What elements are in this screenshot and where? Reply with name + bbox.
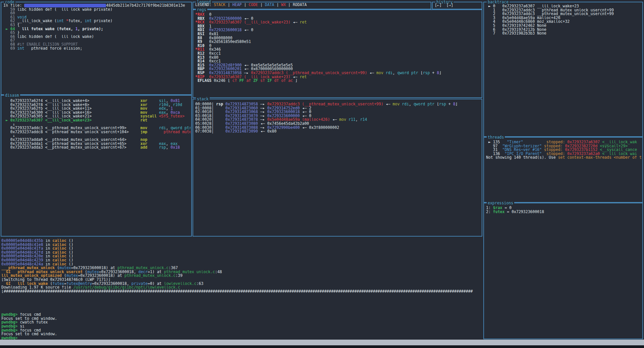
source-line: 66 libc_hidden_def (__lll_lock_wake) <box>3 35 191 39</box>
history-back-button[interactable]: [←] <box>435 3 442 8</box>
thread-row: 136 "IPC I/O Parent" stopped: 0x7293237a… <box>486 152 642 156</box>
console-line: lll_mutex_unlock_optimized (mutex=0x7293… <box>1 274 482 278</box>
expressions-content: 1: $rax = 02: futex = 0x729323600018 <box>486 206 642 338</box>
console-line <box>1 293 482 297</box>
panel-title-regs: regs <box>196 7 207 12</box>
redacted-filepath <box>24 4 106 7</box>
source-line: ► 64 lll_futex_wake (futex, 1, private); <box>3 27 191 31</box>
panel-title-expressions: expressions <box>487 201 514 205</box>
expression-row: 2: futex = 0x729323600018 <box>486 210 642 214</box>
stack-row: 00:0000│ rsp 0x729314873058 —▸ 0x7293237… <box>195 102 481 106</box>
gdb-console[interactable]: 0x00005e04d48c435b in calloc ()0x00005e0… <box>1 239 482 340</box>
registers-panel: regs *RAX 0 RBX 0x729323600000 ◂— 0*RCX … <box>193 9 482 98</box>
stack-row: 04:0020│ 0x729314873078 —▸ 0x5e04d48ae59… <box>195 118 481 122</box>
register-row: RBP 0x729323600201 ◂— 0x6700000569000000 <box>195 67 481 71</box>
disasm-line: ↓ <box>3 122 191 127</box>
console-line: [#######################################… <box>1 290 482 294</box>
register-row: RSI 0x81 <box>195 32 481 36</box>
disasm-line: 0x7293237a6305 <__lll_lock_wake+21> sysc… <box>3 114 191 118</box>
backtrace-frame: 5 0x729319742462 None <box>486 24 642 28</box>
expressions-panel: expressions 1: $rax = 02: futex = 0x7293… <box>483 203 643 339</box>
register-row: RDI 0x729323600018 ◂— 0 <box>195 28 481 32</box>
console-line: pwndbg> si <box>1 325 482 329</box>
disasm-content: 0x7293237a62f4 <__lll_lock_wake+4> xor s… <box>3 99 191 235</box>
thread-row: Not showing 140 thread(s). Use set conte… <box>486 156 642 160</box>
disasm-line: 0x7293237a62f8 <__lll_lock_wake+8> xor r… <box>3 103 191 107</box>
register-row: *RIP 0x7293237a6307 (__lll_lock_wake+23)… <box>195 75 481 79</box>
console-line: pwndbg> focus cmd <box>1 329 482 333</box>
register-row: R15 0x729282d8f900 ◂— 0xe5e5e5e5e5e5e5e5 <box>195 63 481 67</box>
register-row: R12 0xcc1 <box>195 52 481 56</box>
history-content: [←] [→] <box>435 3 481 8</box>
regs-content: *RAX 0 RBX 0x729323600000 ◂— 0*RCX 0x729… <box>195 13 481 97</box>
backtrace-frame: 7 0x72931982b3b3 None <box>486 32 642 36</box>
register-row: *R11 0x346 <box>195 48 481 52</box>
source-line: 60 <box>3 11 191 15</box>
stack-row: 07:0038│ 0x729314873090 ◂— 0x80 <box>195 130 481 134</box>
stack-row: 05:0028│ 0x729314873080 ◂— 0x7456e45da42… <box>195 122 481 126</box>
threads-panel: threads ► 135 "Timer" stopped: 0x7293237… <box>483 137 643 203</box>
console-line: 0x00005e04d48c42fd in calloc () <box>1 251 482 255</box>
console-line: Focus set to cmd window. <box>1 332 482 336</box>
thread-row: 31 "DNS Res~ver #16" stopped: 0x7293237b… <box>486 148 642 152</box>
console-line: Focus set to cmd window. <box>1 317 482 321</box>
register-row: RBX 0x729323600000 ◂— 0 <box>195 17 481 21</box>
stack-row: 03:0018│ 0x729314873070 —▸ 0x72932360000… <box>195 114 481 118</box>
register-row: R13 0x80 <box>195 56 481 60</box>
source-line: In file: 4845db211e7b42c7176f9be21b8301e… <box>3 4 191 8</box>
stack-panel: stack 00:0000│ rsp 0x729314873058 —▸ 0x7… <box>193 99 482 237</box>
console-line: 0x00005e04d48c4239 in calloc () <box>1 258 482 262</box>
legend-content: LEGEND: STACK | HEAP | CODE | DATA | WX … <box>195 3 430 8</box>
thread-row: ► 135 "Timer" stopped: 0x7293237a6307 <_… <box>486 140 642 144</box>
register-row: *RCX 0x7293237a6307 (__lll_lock_wake+23)… <box>195 20 481 24</box>
source-line: 65 } <box>3 31 191 35</box>
code-panel: code In file: 4845db211e7b42c7176f9be21b… <box>1 2 192 95</box>
disasm-line: ↓ <box>3 134 191 138</box>
disasm-panel: disasm 0x7293237a62f4 <__lll_lock_wake+4… <box>1 95 192 237</box>
register-row: R9 0x2d561850ed580e51 <box>195 40 481 44</box>
console-line: [Switching to Thread 0x7293148746c0 (LWP… <box>1 278 482 282</box>
history-panel: history [←] [→] <box>432 2 482 9</box>
source-line: 61 void <box>3 15 191 19</box>
console-line: pwndbg> focus cmd <box>1 313 482 317</box>
source-line: 68 #if ENABLE_ELISION_SUPPORT <box>3 43 191 47</box>
console-line <box>1 301 482 305</box>
source-line: 62 __lll_lock_wake (int *futex, int priv… <box>3 19 191 23</box>
status-bar: multi-thre Thread 0x7293148746 (cmd) In:… <box>0 340 644 345</box>
backtrace-frame: 3 0x5e04d48ae59a malloc+426 <box>486 16 642 20</box>
history-forward-button[interactable]: [→] <box>446 3 453 8</box>
console-line <box>1 309 482 313</box>
disasm-line: 0x7293237adda1 <__pthread_mutex_unlock_u… <box>3 142 191 146</box>
console-line: pwndbg> <box>1 336 482 340</box>
console-line: 0x00005e04d48c435b in calloc () <box>1 239 482 243</box>
register-row: RDX 1 <box>195 24 481 29</box>
panel-title-stack: stack <box>196 97 210 101</box>
disasm-line: 0x7293237a62f4 <__lll_lock_wake+4> xor s… <box>3 99 191 103</box>
source-line: 63 { <box>3 23 191 27</box>
disasm-line: 0x7293237a62fb <__lll_lock_wake+11> mov … <box>3 107 191 111</box>
stack-row: 06:0030│ 0x729314873088 —▸ 0x7292990be40… <box>195 126 481 130</box>
register-row: EFLAGS 0x246 [ cf PF af ZF sf IF df of a… <box>195 79 481 83</box>
panel-title-backtrace: backtrace <box>487 0 509 4</box>
register-row: R14 0xcc1 <box>195 59 481 63</box>
console-line <box>1 305 482 309</box>
bottom-strip <box>0 345 644 348</box>
pwndbg-terminal[interactable]: code In file: 4845db211e7b42c7176f9be21b… <box>0 0 644 348</box>
source-line: 69 int __pthread_force_elision; <box>3 47 191 51</box>
panel-title-threads: threads <box>487 135 505 140</box>
stack-row: 02:0010│ 0x729314873068 —▸ 0x72932360001… <box>195 110 481 114</box>
console-line: 0x00005e04d48c41e8 in calloc () <box>1 243 482 247</box>
console-line <box>1 297 482 301</box>
backtrace-frame: 2 0x7293237addc3 __pthread_mutex_unlock_… <box>486 12 642 16</box>
register-row: *RAX 0 <box>195 13 481 17</box>
source-line: 67 <box>3 39 191 43</box>
disasm-line: ► 0x7293237a6307 <__lll_lock_wake+23> re… <box>3 118 191 122</box>
disasm-line: 0x7293237adda3 <__pthread_mutex_unlock_u… <box>3 146 191 150</box>
disasm-line: 0x7293237addc3 <__pthread_mutex_unlock_u… <box>3 126 191 130</box>
stack-row: 01:0008│ 0x729314873060 —▸ 0x729314752ed… <box>195 106 481 110</box>
expression-row: 1: $rax = 0 <box>486 206 642 210</box>
disasm-line: 0x7293237addc8 <__pthread_mutex_unlock_u… <box>3 130 191 134</box>
panel-title-disasm: disasm <box>4 93 20 98</box>
code-content: In file: 4845db211e7b42c7176f9be21b8301e… <box>3 4 191 94</box>
register-row: R10 0 <box>195 44 481 48</box>
